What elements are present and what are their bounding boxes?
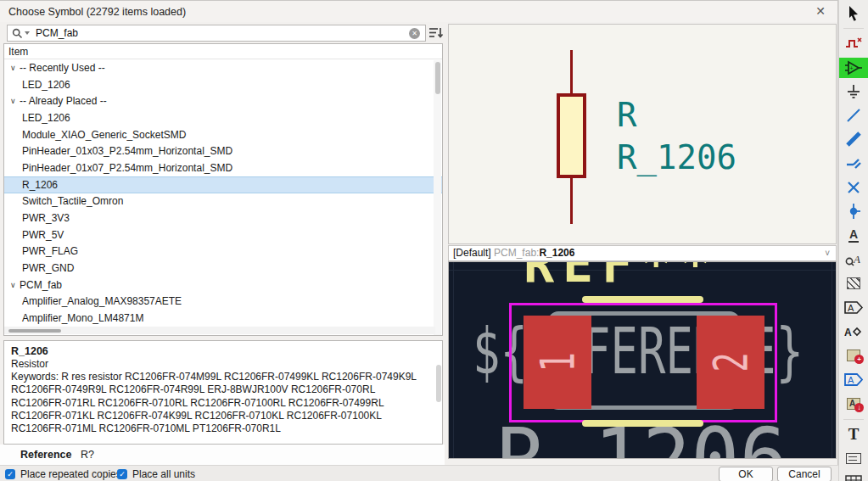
clear-search-icon[interactable] <box>409 28 420 39</box>
reference-row: Reference R? <box>0 445 445 465</box>
unit-selector-dropdown[interactable]: [Default] PCM_fab:R_1206 ˅ <box>448 245 837 261</box>
expand-collapse-icon[interactable] <box>428 25 444 41</box>
place-repeated-copies-checkbox[interactable]: Place repeated copies <box>5 468 121 480</box>
symbol-pin-bottom <box>570 177 573 224</box>
bus-tool-icon[interactable] <box>842 129 866 149</box>
tree-item-label: LED_1206 <box>22 79 70 91</box>
tree-item-row[interactable]: ∨LED_1206 <box>4 76 442 93</box>
place-symbol-tool-icon[interactable]: + <box>839 58 868 78</box>
reference-label: Reference <box>20 449 71 461</box>
tree-item-label: PWR_GND <box>22 262 74 274</box>
chevron-down-icon[interactable]: ∨ <box>10 64 20 72</box>
pad-2: 2 <box>697 316 764 409</box>
details-scrollbar[interactable] <box>436 365 441 402</box>
reference-value: R? <box>81 449 94 461</box>
tree-vertical-scrollbar[interactable] <box>434 60 441 336</box>
tree-item-row[interactable]: ∨PinHeader_01x03_P2.54mm_Horizontal_SMD <box>4 143 442 159</box>
svg-text:+: + <box>850 64 854 70</box>
global-label-tool-icon[interactable]: A <box>842 298 866 318</box>
tree-item-row[interactable]: ∨PWR_FLAG <box>4 243 442 260</box>
tree-item-row[interactable]: ∨PWR_3V3 <box>4 210 442 227</box>
search-value: PCM_fab <box>36 27 78 39</box>
svg-text:A: A <box>848 303 854 313</box>
grid-line <box>453 262 454 459</box>
search-input[interactable]: PCM_fab <box>7 25 426 42</box>
right-toolbar: +AAAA+AA↓T <box>838 0 868 481</box>
tree-column-header: Item <box>4 44 442 59</box>
symbol-value-text: R_1206 <box>617 138 736 176</box>
text-box-tool-icon[interactable] <box>842 448 866 468</box>
unit-symbol-name: R_1206 <box>539 247 574 259</box>
symbol-preview: R R_1206 <box>448 24 837 244</box>
text-tool-icon[interactable]: T <box>842 424 866 445</box>
tree-horizontal-scrollbar[interactable] <box>4 327 435 334</box>
wire-tool-icon[interactable] <box>842 105 866 126</box>
tree-item-row[interactable]: ∨PinHeader_01x07_P2.54mm_Horizontal_SMD <box>4 159 442 176</box>
chevron-down-icon: ˅ <box>825 246 830 260</box>
net-class-directive-tool-icon[interactable]: A <box>842 249 866 270</box>
add-sheet-tool-icon[interactable]: + <box>842 345 866 366</box>
import-sheet-pin-tool-icon[interactable]: A↓ <box>842 394 866 414</box>
tree-item-label: LED_1206 <box>22 112 70 124</box>
dialog-bottom-bar: Place repeated copies Place all units OK… <box>0 465 838 481</box>
toolbar-separator <box>843 419 864 420</box>
tree-group-row[interactable]: ∨PCM_fab <box>4 277 442 294</box>
tree-group-row[interactable]: ∨-- Already Placed -- <box>4 92 442 109</box>
tree-item-row[interactable]: ∨LED_1206 <box>4 109 442 126</box>
choose-symbol-dialog: Choose Symbol (22792 items loaded) ✕ PCM… <box>0 0 838 481</box>
chevron-down-icon[interactable]: ∨ <box>10 281 20 289</box>
bus-entry-tool-icon[interactable] <box>842 154 866 174</box>
tree-item-label: Amplifier_Mono_LM4871M <box>22 312 143 324</box>
tree-item-label: PWR_5V <box>22 229 64 241</box>
tree-item-label: Switch_Tactile_Omron <box>22 195 123 207</box>
tree-item-row[interactable]: ∨PWR_GND <box>4 260 442 277</box>
silkscreen-reference-text: REF** <box>524 261 720 289</box>
unit-default-tag: [Default] <box>453 247 494 259</box>
ok-button[interactable]: OK <box>719 467 773 481</box>
svg-text:A: A <box>853 253 860 266</box>
tree-item-row[interactable]: ∨Amplifier_Analog_MAX98357AETE <box>4 294 442 310</box>
search-options-caret-icon[interactable] <box>25 31 30 35</box>
tree-item-row[interactable]: ∨PWR_5V <box>4 227 442 243</box>
symbol-reference-text: R <box>617 96 636 134</box>
tree-item-label: PinHeader_01x07_P2.54mm_Horizontal_SMD <box>22 162 232 174</box>
symbol-pin-top <box>570 50 573 93</box>
no-connect-tool-icon[interactable] <box>842 177 866 198</box>
sheet-pin-tool-icon[interactable]: A <box>842 369 866 389</box>
footprint-preview: ${REFERENCE} R_1206 REF** 1 2 <box>448 261 837 459</box>
silkscreen-line-bottom <box>582 420 703 427</box>
silkscreen-line-top <box>582 296 703 303</box>
directive-label-tool-icon[interactable] <box>842 273 866 294</box>
chevron-down-icon[interactable]: ∨ <box>10 97 20 105</box>
checkbox-checked-icon <box>117 469 127 479</box>
tree-item-row[interactable]: ∨Switch_Tactile_Omron <box>4 193 442 210</box>
place-power-port-tool-icon[interactable] <box>842 81 866 102</box>
detail-symbol-name: R_1206 <box>11 345 435 357</box>
junction-tool-icon[interactable] <box>842 201 866 221</box>
checkbox-checked-icon <box>5 469 15 479</box>
unit-library-name: PCM_fab: <box>494 247 539 259</box>
tree-item-row[interactable]: ∨Amplifier_Mono_LM4871M <box>4 310 442 327</box>
cursor-tool-icon[interactable] <box>842 3 866 23</box>
tree-item-label: Module_XIAO_Generic_SocketSMD <box>22 129 186 141</box>
table-tool-icon[interactable] <box>842 473 866 481</box>
place-all-units-checkbox[interactable]: Place all units <box>117 468 195 480</box>
dialog-title: Choose Symbol (22792 items loaded) <box>8 6 186 18</box>
cancel-button[interactable]: Cancel <box>777 467 832 481</box>
highlight-net-tool-icon[interactable] <box>842 33 866 53</box>
tree-item-label: PWR_FLAG <box>22 245 78 257</box>
tree-item-row[interactable]: ∨Module_XIAO_Generic_SocketSMD <box>4 126 442 143</box>
tree-item-label: -- Recently Used -- <box>20 62 105 74</box>
hierarchical-label-tool-icon[interactable]: A <box>842 322 866 342</box>
tree-item-row[interactable]: ∨R_1206 <box>4 176 442 193</box>
symbol-details-panel: R_1206 Resistor Keywords: R res resistor… <box>3 340 443 445</box>
tree-group-row[interactable]: ∨-- Recently Used -- <box>4 59 442 76</box>
resistor-body <box>557 93 586 178</box>
svg-text:A: A <box>844 326 852 338</box>
tree-item-label: PCM_fab <box>20 279 62 291</box>
symbol-tree: Item ∨-- Recently Used --∨LED_1206∨-- Al… <box>3 43 443 336</box>
close-icon[interactable]: ✕ <box>815 4 826 18</box>
tree-item-label: -- Already Placed -- <box>20 95 107 107</box>
net-label-tool-icon[interactable]: A <box>842 226 866 246</box>
toolbar-separator <box>843 28 864 29</box>
